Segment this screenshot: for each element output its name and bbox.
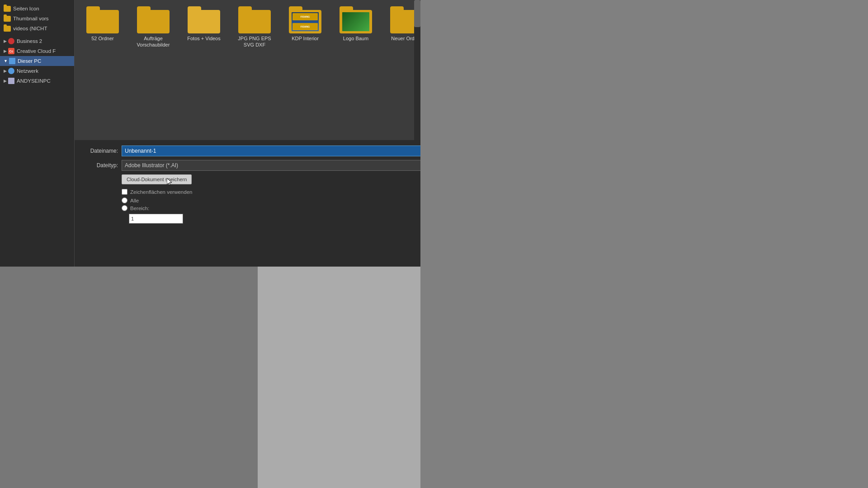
- folder-icon: [4, 15, 11, 22]
- cc-icon: Cc: [8, 48, 14, 54]
- folder-label: 52 Ordner: [91, 35, 114, 42]
- expand-icon: ▶: [4, 69, 7, 73]
- computer-icon: [8, 78, 14, 84]
- scrollbar-track: [414, 0, 420, 140]
- sidebar-item-videos[interactable]: videos (NICHT: [0, 23, 74, 33]
- filename-label: Dateiname:: [82, 148, 118, 154]
- folder-label: Logo Baum: [343, 35, 368, 42]
- bereich-label[interactable]: Bereich:: [130, 206, 149, 211]
- sidebar-label: Dieser PC: [18, 58, 41, 64]
- pc-icon: [9, 58, 15, 64]
- folder-label: Fotos + Videos: [187, 35, 220, 42]
- folder-label: Aufträge Vorschaubilder: [132, 35, 175, 48]
- folder-thumbnail: FISHING FISHING: [292, 12, 319, 31]
- app-content-hint: [258, 267, 420, 488]
- business-icon: [8, 38, 14, 44]
- folder-label: JPG PNG EPS SVG DXF: [233, 35, 276, 48]
- alle-label[interactable]: Alle: [130, 198, 139, 203]
- sidebar-label: Business 2: [17, 38, 42, 44]
- folder-auftraege[interactable]: Aufträge Vorschaubilder: [130, 5, 177, 56]
- cloud-document-button[interactable]: Cloud-Dokument speichern: [122, 174, 192, 184]
- bereich-radio[interactable]: [122, 205, 127, 211]
- folder-jpg-png[interactable]: JPG PNG EPS SVG DXF: [231, 5, 278, 56]
- folder-52-ordner[interactable]: 52 Ordner: [79, 5, 126, 56]
- sidebar: Seiten Icon Thumbnail vors videos (NICHT…: [0, 0, 75, 267]
- scrollbar-thumb[interactable]: [414, 0, 420, 27]
- range-input[interactable]: [129, 214, 183, 224]
- sidebar-item-thumbnail[interactable]: Thumbnail vors: [0, 14, 74, 23]
- sidebar-item-cc[interactable]: ▶ Cc Creative Cloud F: [0, 46, 74, 56]
- sidebar-label: Creative Cloud F: [17, 48, 56, 54]
- sidebar-item-seiten-icon[interactable]: Seiten Icon: [0, 4, 74, 14]
- sidebar-label: Netzwerk: [17, 68, 38, 74]
- folder-logo-baum[interactable]: Logo Baum: [332, 5, 379, 56]
- sidebar-label: ANDYSEINPC: [17, 78, 51, 84]
- sidebar-item-netzwerk[interactable]: ▶ Netzwerk: [0, 66, 74, 76]
- folder-thumbnail: [342, 12, 369, 31]
- network-icon: [8, 68, 14, 74]
- folder-icon: [4, 5, 11, 12]
- expand-icon: ▶: [4, 39, 7, 43]
- bottom-area: [0, 267, 420, 488]
- folder-label: KDP Interior: [292, 35, 319, 42]
- sidebar-item-andyseinpc[interactable]: ▶ ANDYSEINPC: [0, 76, 74, 86]
- expand-icon: ▶: [4, 79, 7, 83]
- folder-fotos-videos[interactable]: Fotos + Videos: [180, 5, 227, 56]
- sidebar-item-business2[interactable]: ▶ Business 2: [0, 36, 74, 46]
- folder-kdp-interior[interactable]: FISHING FISHING KDP Interior: [282, 5, 329, 56]
- sidebar-label: Thumbnail vors: [13, 16, 49, 21]
- folder-icon: [4, 25, 11, 32]
- expand-icon: ▶: [4, 49, 7, 53]
- artboards-label[interactable]: Zeichenflächen verwenden: [130, 189, 192, 195]
- artboards-checkbox[interactable]: [122, 189, 127, 195]
- alle-radio[interactable]: [122, 197, 127, 203]
- filetype-label: Dateityp:: [82, 162, 118, 169]
- sidebar-item-dieser-pc[interactable]: ▼ Dieser PC: [0, 56, 74, 66]
- sidebar-label: videos (NICHT: [13, 26, 47, 31]
- expand-icon: ▼: [4, 59, 8, 63]
- sidebar-label: Seiten Icon: [13, 6, 39, 11]
- right-panel: [420, 0, 868, 488]
